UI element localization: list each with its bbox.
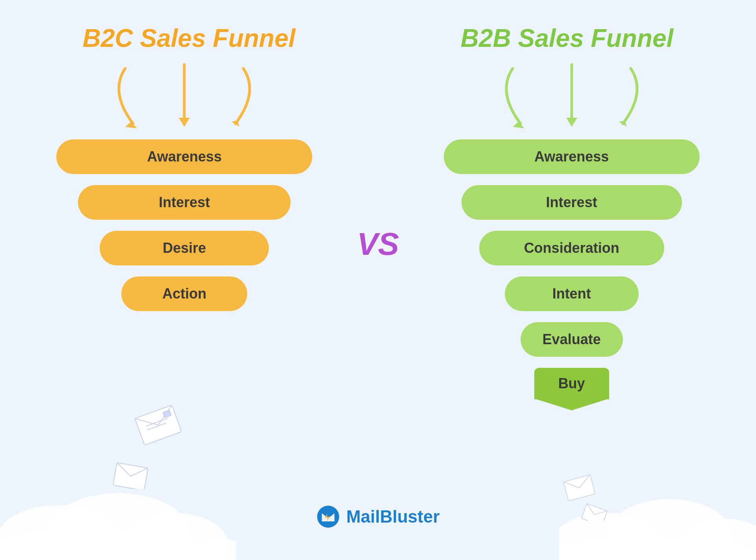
b2c-bar-desire: Desire — [100, 231, 269, 265]
b2b-arrows-area — [424, 61, 719, 139]
b2c-arrows-area — [37, 61, 332, 139]
svg-marker-6 — [566, 118, 577, 127]
b2b-funnel: Awareness Interest Consideration Intent … — [424, 61, 719, 399]
b2c-title: B2C Sales Funnel — [83, 24, 296, 53]
b2c-bar-interest: Interest — [78, 185, 291, 220]
envelopes-right — [551, 465, 614, 521]
mailbluster-icon — [316, 505, 340, 528]
b2b-bar-awareness: Awareness — [444, 139, 700, 174]
b2b-arrows-svg — [489, 61, 654, 135]
svg-marker-0 — [125, 122, 137, 128]
titles-row: B2C Sales Funnel B2B Sales Funnel — [0, 0, 756, 61]
b2b-bar-intent: Intent — [505, 276, 639, 311]
b2b-buy-container: Buy — [534, 368, 609, 399]
b2c-bars: Awareness Interest Desire Action — [37, 139, 332, 311]
envelopes-left — [110, 379, 213, 489]
b2c-bar-action: Action — [121, 276, 247, 311]
b2b-bar-evaluate: Evaluate — [521, 322, 623, 357]
b2b-bar-interest: Interest — [461, 185, 682, 220]
vs-container: VS — [343, 61, 413, 262]
mailbluster-logo: MailBluster — [316, 505, 439, 528]
b2c-arrows-svg — [102, 61, 267, 135]
b2c-funnel: Awareness Interest Desire Action — [37, 61, 332, 311]
b2b-bars: Awareness Interest Consideration Intent … — [424, 139, 719, 399]
vs-label: VS — [357, 226, 399, 262]
page-container: B2C Sales Funnel B2B Sales Funnel — [0, 0, 756, 560]
svg-rect-26 — [201, 486, 213, 489]
b2c-bar-awareness: Awareness — [56, 139, 312, 174]
svg-marker-4 — [513, 122, 524, 128]
b2b-title: B2B Sales Funnel — [461, 24, 674, 53]
svg-marker-2 — [179, 118, 190, 127]
mailbluster-text: MailBluster — [346, 507, 439, 527]
b2b-bar-buy: Buy — [534, 368, 609, 399]
b2b-bar-consideration: Consideration — [479, 231, 664, 265]
svg-point-15 — [30, 509, 73, 536]
